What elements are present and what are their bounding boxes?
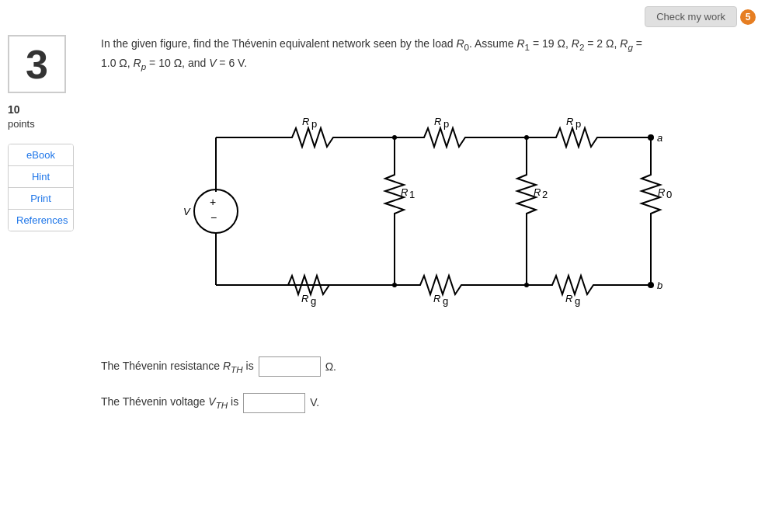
svg-text:b: b [657,280,662,291]
sidebar-links: eBook Hint Print References [8,144,74,231]
top-bar: Check my work 5 [0,0,765,27]
problem-text: In the given figure, find the Thévenin e… [101,35,660,75]
svg-text:g: g [443,295,448,307]
svg-text:R: R [658,186,665,198]
rth-answer-row: The Thévenin resistance RTH is Ω. [101,354,749,379]
svg-text:2: 2 [542,189,548,200]
question-number-box: 3 [8,35,66,93]
svg-text:R: R [401,186,408,198]
rth-label: The Thévenin resistance RTH is [101,354,254,379]
svg-text:R: R [565,293,572,304]
vth-label: The Thévenin voltage VTH is [101,390,238,415]
sidebar-item-hint[interactable]: Hint [9,166,73,188]
sidebar-item-references[interactable]: References [9,210,73,231]
sidebar-item-print[interactable]: Print [9,188,73,210]
svg-text:p: p [311,118,317,130]
svg-text:+: + [210,196,216,208]
svg-text:R: R [302,116,309,127]
circuit-svg: .wire { stroke: #000; stroke-width: 2; f… [154,87,697,336]
svg-text:R: R [434,116,441,127]
svg-text:p: p [443,118,449,130]
answer-section: The Thévenin resistance RTH is Ω. The Th… [101,354,749,416]
vth-answer-row: The Thévenin voltage VTH is V. [101,390,749,415]
svg-text:V: V [183,206,191,217]
svg-text:−: − [210,211,217,224]
svg-text:R: R [534,186,541,198]
svg-point-46 [392,283,397,287]
vth-input[interactable] [243,393,305,413]
svg-text:1: 1 [409,189,415,200]
vth-unit: V. [310,391,319,415]
content-area: In the given figure, find the Thévenin e… [85,27,765,442]
svg-text:R: R [301,293,308,304]
svg-text:g: g [311,295,316,307]
sidebar-item-ebook[interactable]: eBook [9,144,73,166]
points-label: 10 points [8,103,85,131]
check-my-work-button[interactable]: Check my work [645,6,737,27]
svg-text:g: g [575,295,580,307]
rth-unit: Ω. [325,355,336,379]
svg-text:R: R [566,116,573,127]
badge-number: 5 [740,9,756,25]
svg-text:0: 0 [666,189,672,200]
circuit-diagram: .wire { stroke: #000; stroke-width: 2; f… [154,87,697,336]
svg-point-48 [524,283,529,287]
main-layout: 3 10 points eBook Hint Print References … [0,27,765,442]
svg-text:a: a [657,132,662,144]
question-number: 3 [26,41,48,88]
svg-text:R: R [433,293,440,304]
svg-text:p: p [575,118,581,130]
rth-input[interactable] [259,356,321,377]
sidebar: 3 10 points eBook Hint Print References [0,27,85,442]
